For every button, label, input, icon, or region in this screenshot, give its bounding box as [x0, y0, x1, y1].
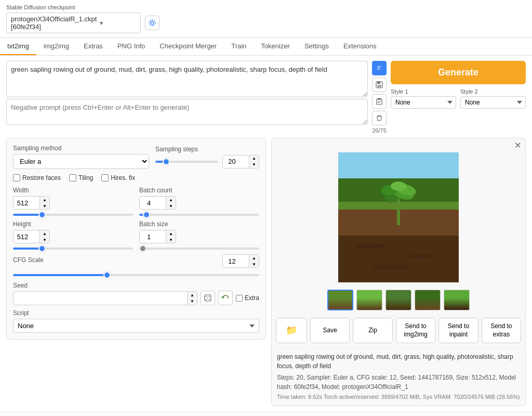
style2-select[interactable]: None [460, 96, 526, 109]
script-select[interactable]: None [13, 319, 259, 333]
width-input[interactable]: 512 [14, 197, 39, 209]
script-label: Script [13, 309, 259, 317]
negative-prompt[interactable] [6, 99, 368, 125]
apply-style-button[interactable] [372, 94, 387, 109]
tab-tokenizer[interactable]: Tokenizer [254, 38, 297, 55]
two-col-layout: Sampling method Euler a Sampling steps 2… [6, 138, 526, 406]
height-batch-size-row: Height 512 ▲ ▼ [13, 220, 259, 251]
batch-size-up-button[interactable]: ▲ [166, 230, 176, 237]
svg-point-18 [354, 243, 385, 249]
extra-checkbox[interactable]: Extra [236, 294, 259, 302]
restore-faces-label: Restore faces [22, 174, 61, 181]
width-down-button[interactable]: ▼ [40, 203, 49, 209]
batch-size-input[interactable]: 1 [140, 231, 166, 243]
thumbnail-1[interactable] [327, 290, 353, 310]
cfg-scale-up-button[interactable]: ▲ [249, 255, 259, 261]
send-extras-button[interactable]: Send toextras [482, 318, 521, 343]
cfg-scale-label: CFG Scale [13, 256, 44, 264]
image-timing-text: Time taken: 8.62s Torch active/reserved:… [277, 393, 520, 401]
positive-prompt[interactable]: green sapling rowing out of ground, mud,… [6, 61, 368, 97]
sampling-method-select[interactable]: Euler a [13, 154, 149, 169]
style1-select[interactable]: None [391, 96, 456, 109]
save-button[interactable]: Save [310, 318, 350, 343]
save-style-button[interactable] [372, 77, 387, 92]
right-panel: ✕ [271, 138, 526, 406]
edit-icon [376, 64, 383, 72]
generate-button[interactable]: Generate [391, 61, 526, 84]
reset-seed-button[interactable] [218, 291, 233, 305]
thumbnails-row [272, 287, 525, 314]
cfg-scale-slider[interactable] [13, 274, 259, 276]
seed-up-button[interactable]: ▲ [188, 292, 197, 298]
seed-down-button[interactable]: ▼ [188, 298, 197, 304]
cfg-scale-down-button[interactable]: ▼ [249, 261, 259, 267]
sapling-image [338, 152, 459, 282]
tab-png-info[interactable]: PNG Info [110, 38, 152, 55]
thumbnail-3[interactable] [385, 290, 411, 310]
height-down-button[interactable]: ▼ [40, 237, 49, 243]
recycle-seed-button[interactable] [201, 291, 215, 305]
batch-count-down-button[interactable]: ▼ [166, 203, 176, 209]
sampling-steps-input[interactable]: 20 [223, 155, 249, 167]
thumbnail-5[interactable] [444, 290, 470, 310]
floppy-icon [376, 81, 383, 88]
svg-rect-17 [338, 236, 459, 282]
tab-settings[interactable]: Settings [297, 38, 336, 55]
batch-size-group: Batch size 1 ▲ ▼ [139, 220, 259, 251]
height-label: Height [13, 220, 133, 228]
sampling-steps-spinners: ▲ ▼ [249, 155, 259, 168]
thumbnail-4[interactable] [415, 290, 441, 310]
hires-fix-checkbox[interactable]: Hires. fix [101, 174, 135, 181]
main-image [338, 152, 459, 282]
hires-fix-input[interactable] [101, 174, 109, 181]
batch-count-slider[interactable] [139, 214, 259, 216]
tiling-input[interactable] [69, 174, 76, 181]
open-folder-button[interactable]: 📁 [276, 318, 307, 343]
steps-down-button[interactable]: ▼ [249, 162, 259, 168]
hires-fix-label: Hires. fix [111, 174, 135, 181]
batch-size-slider[interactable] [139, 248, 259, 250]
close-button[interactable]: ✕ [514, 140, 521, 150]
tab-txt2img[interactable]: txt2img [0, 38, 36, 55]
clipboard-icon [376, 98, 383, 105]
width-up-button[interactable]: ▲ [40, 197, 49, 203]
tab-extras[interactable]: Extras [76, 38, 110, 55]
edit-icon-button[interactable] [372, 61, 387, 75]
seed-input[interactable]: 1441787169 [14, 292, 187, 305]
height-group: Height 512 ▲ ▼ [13, 220, 133, 251]
sampling-method-group: Sampling method Euler a [13, 145, 149, 169]
width-input-box: 512 ▲ ▼ [13, 196, 50, 210]
send-img2img-button[interactable]: Send toimg2img [396, 318, 435, 343]
thumbnail-2[interactable] [356, 290, 382, 310]
height-slider[interactable] [13, 248, 133, 250]
style2-group: Style 2 None [460, 88, 526, 109]
tab-train[interactable]: Train [224, 38, 254, 55]
zip-button[interactable]: Zip [353, 318, 392, 343]
svg-rect-6 [378, 98, 381, 100]
extra-input[interactable] [236, 295, 243, 302]
batch-count-up-button[interactable]: ▲ [166, 197, 176, 203]
settings-button[interactable] [145, 16, 159, 30]
tiling-checkbox[interactable]: Tiling [69, 174, 93, 181]
restore-faces-input[interactable] [13, 174, 20, 181]
cfg-scale-input[interactable]: 12 [223, 255, 249, 267]
batch-size-down-button[interactable]: ▼ [166, 237, 176, 243]
restore-faces-checkbox[interactable]: Restore faces [13, 174, 61, 181]
send-inpaint-button[interactable]: Send toinpaint [438, 318, 478, 343]
trash-button[interactable] [372, 111, 387, 125]
cfg-scale-header: CFG Scale 12 ▲ ▼ [13, 254, 259, 268]
height-spinners: ▲ ▼ [39, 230, 49, 243]
tab-extensions[interactable]: Extensions [336, 38, 384, 55]
height-input[interactable]: 512 [14, 231, 39, 243]
tab-img2img[interactable]: img2img [36, 38, 76, 55]
header: Stable Diffusion checkpoint protogenX34O… [0, 0, 532, 38]
sampling-steps-slider[interactable] [155, 161, 218, 163]
height-up-button[interactable]: ▲ [40, 230, 49, 237]
tab-checkpoint-merger[interactable]: Checkpoint Merger [152, 38, 224, 55]
width-slider[interactable] [13, 214, 133, 216]
batch-count-group: Batch count 4 ▲ ▼ [139, 187, 259, 217]
steps-up-button[interactable]: ▲ [249, 155, 259, 162]
batch-count-input[interactable]: 4 [140, 197, 166, 209]
checkpoint-dropdown[interactable]: protogenX34OfficialR_1.ckpt [60fe2f34] ▼ [6, 12, 141, 33]
tiling-label: Tiling [78, 174, 93, 181]
